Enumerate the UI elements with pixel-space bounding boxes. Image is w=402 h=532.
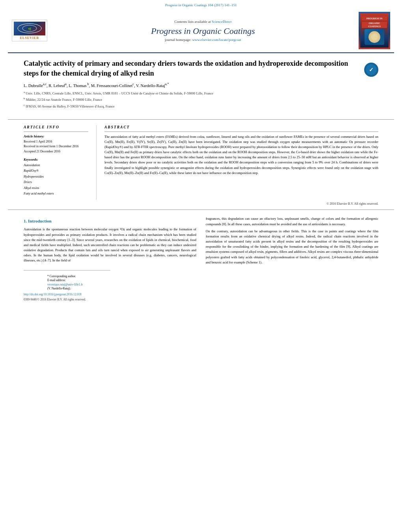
journal-homepage: journal homepage: www.elsevier.com/locat…: [47, 38, 359, 42]
journal-cover-image: PROGRESS IN ORGANIC COATINGS: [359, 12, 390, 49]
keyword-5: Alkyd resins: [24, 185, 88, 191]
received-date: Received 1 April 2016: [24, 139, 88, 145]
doi-section: http://dx.doi.org/10.1016/j.porgcoat.201…: [0, 291, 402, 298]
svg-text:🌿: 🌿: [28, 27, 32, 31]
sciencedirect-link[interactable]: ScienceDirect: [212, 20, 231, 24]
keyword-1: Autoxidation: [24, 163, 88, 168]
accepted-date: Accepted 21 December 2016: [24, 149, 88, 154]
keyword-6: Fatty acid methyl esters: [24, 191, 88, 196]
keyword-3: Hydroperoxides: [24, 174, 88, 180]
article-info-abstract: ARTICLE INFO Article history: Received 1…: [0, 122, 402, 200]
keywords-section: Keywords: Autoxidation RapidOxy® Hydrope…: [24, 158, 88, 196]
body-divider: [8, 209, 394, 210]
citation-text: Progress in Organic Coatings 104 (2017) …: [165, 3, 236, 7]
intro-paragraph-2: fragrances, this degradation can cause a…: [206, 216, 378, 226]
elsevier-logo-image: 🌿: [14, 22, 45, 35]
article-info-heading: ARTICLE INFO: [24, 125, 88, 129]
section-divider: [8, 119, 394, 120]
keywords-label: Keywords:: [24, 158, 88, 161]
page: Progress in Organic Coatings 104 (2017) …: [0, 0, 402, 532]
doi-link[interactable]: http://dx.doi.org/10.1016/j.porgcoat.201…: [24, 293, 82, 296]
abstract-column: ABSTRACT The autoxidation of fatty acid …: [97, 125, 378, 200]
copyright-notice: © 2016 Elsevier B.V. All rights reserved…: [0, 202, 402, 206]
body-right-column: fragrances, this degradation can cause a…: [206, 216, 378, 267]
received-revised-date: Received in revised form 1 December 2016: [24, 144, 88, 149]
article-info-column: ARTICLE INFO Article history: Received 1…: [24, 125, 97, 200]
article-history: Article history: Received 1 April 2016 R…: [24, 134, 88, 154]
contents-available: Contents lists available at ScienceDirec…: [47, 20, 359, 24]
abstract-divider: [104, 132, 378, 132]
journal-center: Contents lists available at ScienceDirec…: [47, 20, 359, 42]
history-label: Article history:: [24, 134, 88, 138]
authors: L. Dubrullea,c, R. Lebeufa, L. Thomas b,…: [24, 82, 360, 88]
affiliations: a Univ. Lille, CNRS, Centrale Lille, ENS…: [24, 90, 360, 109]
journal-header: 🌿 ELSEVIER Contents lists available at S…: [0, 9, 402, 52]
author-email-link[interactable]: veronique.rataj@univ-lille1.fr: [47, 283, 83, 286]
intro-paragraph-3: On the contrary, autoxidation can be adv…: [206, 229, 378, 265]
journal-citation: Progress in Organic Coatings 104 (2017) …: [0, 0, 402, 7]
corresponding-author: * Corresponding author.: [47, 274, 87, 279]
info-divider: [24, 132, 88, 132]
crossmark-badge: ✓: [364, 63, 378, 77]
abstract-text: The autoxidation of fatty acid methyl es…: [104, 134, 378, 176]
keywords-list: Autoxidation RapidOxy® Hydroperoxides Dr…: [24, 163, 88, 196]
footnotes: * Corresponding author. E-mail address: …: [24, 270, 110, 291]
journal-title: Progress in Organic Coatings: [47, 26, 359, 36]
introduction-heading: 1. Introduction: [24, 218, 196, 224]
elsevier-logo: 🌿 ELSEVIER: [12, 20, 47, 41]
issn-text: 0300-9440/© 2016 Elsevier B.V. All right…: [0, 298, 402, 305]
body-content: 1. Introduction Autoxidation is the spon…: [0, 214, 402, 267]
svg-text:✓: ✓: [369, 67, 374, 73]
elsevier-label: ELSEVIER: [20, 36, 39, 40]
article-title: Catalytic activity of primary and second…: [24, 59, 360, 78]
article-header: Catalytic activity of primary and second…: [0, 53, 402, 117]
keyword-2: RapidOxy®: [24, 168, 88, 174]
email-address: E-mail address: veronique.rataj@univ-lil…: [47, 278, 87, 291]
abstract-heading: ABSTRACT: [104, 125, 378, 129]
keyword-4: Driers: [24, 180, 88, 185]
abstract-paragraph: The autoxidation of fatty acid methyl es…: [104, 134, 378, 176]
journal-url[interactable]: www.elsevier.com/locate/porgcoat: [192, 38, 241, 42]
body-left-column: 1. Introduction Autoxidation is the spon…: [24, 216, 196, 267]
intro-paragraph-1: Autoxidation is the spontaneous reaction…: [24, 227, 196, 263]
